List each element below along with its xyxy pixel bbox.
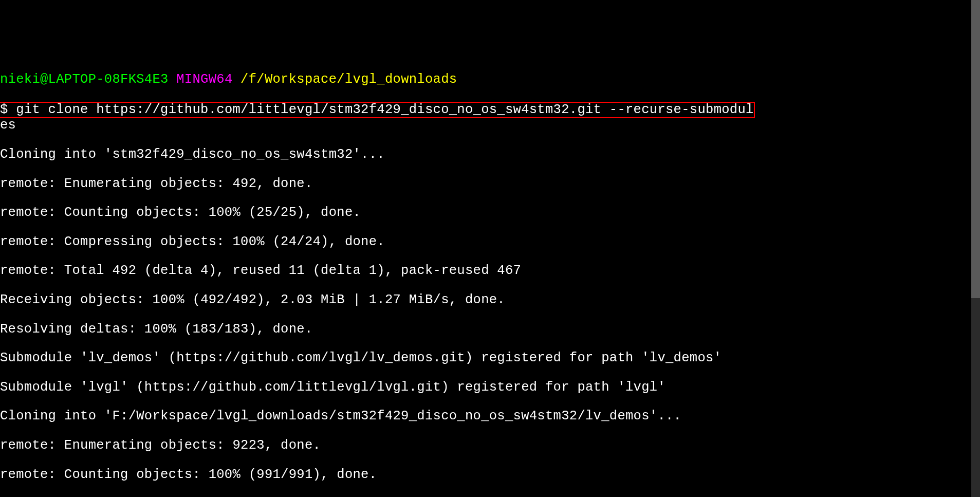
command-text-2[interactable]: es — [0, 118, 791, 133]
output-line: remote: Total 492 (delta 4), reused 11 (… — [0, 264, 791, 278]
output-line: Submodule 'lv_demos' (https://github.com… — [0, 351, 791, 365]
prompt-symbol: $ — [0, 102, 8, 117]
scrollbar-track[interactable] — [971, 0, 980, 497]
output-line: Submodule 'lvgl' (https://github.com/lit… — [0, 380, 791, 395]
output-line: remote: Compressing objects: 100% (24/24… — [0, 235, 791, 249]
prompt-user: nieki@LAPTOP-08FKS4E3 — [0, 72, 169, 87]
output-line: Resolving deltas: 100% (183/183), done. — [0, 322, 791, 337]
prompt-path: /f/Workspace/lvgl_downloads — [241, 72, 457, 87]
terminal-window[interactable]: nieki@LAPTOP-08FKS4E3 MINGW64 /f/Workspa… — [0, 58, 791, 497]
output-line: Cloning into 'stm32f429_disco_no_os_sw4s… — [0, 148, 791, 162]
command-text-1[interactable]: git clone https://github.com/littlevgl/s… — [8, 102, 754, 117]
output-line: remote: Counting objects: 100% (991/991)… — [0, 468, 791, 482]
prompt-env: MINGW64 — [176, 72, 232, 87]
output-line: Receiving objects: 100% (492/492), 2.03 … — [0, 293, 791, 307]
output-line: remote: Enumerating objects: 492, done. — [0, 177, 791, 191]
highlighted-command: $ git clone https://github.com/littlevgl… — [0, 102, 755, 118]
output-line: remote: Enumerating objects: 9223, done. — [0, 438, 791, 453]
output-line: Cloning into 'F:/Workspace/lvgl_download… — [0, 409, 791, 424]
prompt-line: nieki@LAPTOP-08FKS4E3 MINGW64 /f/Workspa… — [0, 72, 791, 87]
scrollbar-thumb[interactable] — [971, 0, 980, 298]
output-line: remote: Counting objects: 100% (25/25), … — [0, 206, 791, 220]
